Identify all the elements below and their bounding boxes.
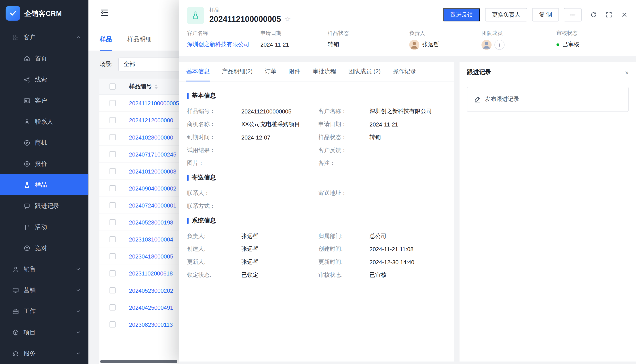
row-checkbox[interactable] (109, 304, 116, 310)
field-value: 2024-11-21 (370, 121, 398, 128)
follow-feedback-button[interactable]: 跟进反馈 (443, 8, 480, 22)
sidebar-item-contacts[interactable]: 联系人 (0, 111, 88, 132)
tab-orders[interactable]: 订单 (265, 62, 276, 81)
monitor-icon (12, 287, 19, 294)
sidebar-section-work[interactable]: 工作 (0, 301, 88, 322)
tab-basic-info[interactable]: 基本信息 (186, 62, 210, 81)
row-checkbox[interactable] (109, 270, 116, 276)
field-label: 锁定状态: (187, 272, 241, 279)
row-checkbox[interactable] (109, 134, 116, 140)
star-icon[interactable]: ☆ (285, 16, 291, 23)
row-checkbox[interactable] (109, 168, 116, 174)
checkbox-cell (99, 322, 126, 328)
sidebar-section-service[interactable]: 服务 (0, 343, 88, 364)
row-checkbox[interactable] (109, 151, 116, 158)
field-label: 审核状态: (318, 272, 369, 279)
page-title: 2024112100000005 ☆ (209, 14, 291, 24)
row-checkbox[interactable] (109, 117, 116, 124)
section-label: 销售 (24, 265, 36, 273)
sidebar-section-marketing[interactable]: 营销 (0, 280, 88, 301)
publish-placeholder: 发布跟进记录 (485, 96, 519, 103)
close-icon[interactable] (621, 11, 628, 18)
summary-label: 客户名称 (187, 30, 260, 37)
tab-attachments[interactable]: 附件 (289, 62, 300, 81)
chevron-down-icon (75, 308, 81, 314)
change-owner-button[interactable]: 更换负责人 (485, 8, 527, 22)
sidebar-item-competitors[interactable]: 竞对 (0, 238, 88, 258)
sort-icon[interactable] (155, 84, 158, 89)
field-value: 2024-12-07 (241, 134, 270, 140)
detail-card: 基本信息 产品明细(2) 订单 附件 审批流程 团队成员 (2) 操作记录 基本… (179, 62, 454, 362)
row-checkbox[interactable] (109, 322, 116, 328)
section-title: 寄送信息 (192, 174, 216, 182)
tab-approval-flow[interactable]: 审批流程 (312, 62, 336, 81)
fullscreen-icon[interactable] (605, 11, 612, 18)
opportunity-link[interactable]: XX公司充电桩采购项目 (241, 121, 300, 128)
sidebar-section-sales[interactable]: 销售 (0, 258, 88, 280)
select-all-checkbox[interactable] (109, 84, 116, 90)
chevron-down-icon (75, 350, 81, 356)
follow-panel-title: 跟进记录 (467, 68, 491, 76)
drawer-title-block: 样品 2024112100000005 ☆ (209, 7, 291, 24)
sidebar-item-customers[interactable]: 客户 (0, 90, 88, 111)
customer-link[interactable]: 深圳创之新科技有限公司 (370, 108, 432, 115)
publish-follow-record-input[interactable]: 发布跟进记录 (467, 87, 629, 112)
collapse-panel-icon[interactable]: » (625, 69, 628, 76)
sample-number-title: 2024112100000005 (209, 14, 281, 24)
item-label: 报价 (35, 160, 47, 168)
row-checkbox[interactable] (109, 236, 116, 242)
customer-link[interactable]: 深圳创之新科技有限公司 (187, 41, 249, 48)
sidebar-item-samples[interactable]: 样品 (0, 174, 88, 195)
sample-entity-icon (187, 7, 204, 24)
sidebar-item-follow-records[interactable]: 跟进记录 (0, 195, 88, 216)
scene-select[interactable]: 全部 (118, 58, 182, 71)
cube-icon (12, 329, 19, 336)
sidebar-item-leads[interactable]: 线索 (0, 69, 88, 90)
field-label: 创建时间: (318, 246, 369, 253)
checkbox-cell (99, 270, 126, 276)
item-label: 竞对 (35, 244, 47, 252)
sidebar-section-projects[interactable]: 项目 (0, 322, 88, 343)
field-value: 已审核 (370, 272, 387, 279)
tab-product-details[interactable]: 产品明细(2) (222, 62, 252, 81)
tab-samples[interactable]: 样品 (100, 36, 112, 51)
idcard-icon (24, 97, 30, 104)
tab-sample-details[interactable]: 样品明细 (127, 36, 152, 51)
row-checkbox[interactable] (109, 100, 116, 106)
item-label: 活动 (35, 223, 47, 231)
menu-collapse-icon[interactable] (100, 8, 109, 17)
row-checkbox[interactable] (109, 202, 116, 208)
sidebar-item-home[interactable]: 首页 (0, 48, 88, 69)
sidebar-section-customer[interactable]: 客户 (0, 27, 88, 48)
row-checkbox[interactable] (109, 288, 116, 294)
tab-operation-log[interactable]: 操作记录 (393, 62, 416, 81)
item-label: 客户 (35, 97, 47, 104)
chevron-down-icon (75, 288, 81, 293)
share-icon (24, 76, 30, 83)
copy-button[interactable]: 复 制 (532, 8, 559, 22)
section-title: 系统信息 (192, 217, 216, 224)
summary-value: 转销 (328, 41, 339, 48)
sidebar-item-opportunities[interactable]: 商机 (0, 132, 88, 153)
checkbox-cell (99, 151, 126, 158)
field-label: 商机名称： (187, 121, 241, 128)
refresh-icon[interactable] (590, 11, 597, 18)
sample-detail-drawer: 样品 2024112100000005 ☆ 跟进反馈 更换负责人 复 制 (179, 0, 636, 364)
more-actions-button[interactable] (564, 8, 582, 22)
drawer-body: 基本信息 产品明细(2) 订单 附件 审批流程 团队成员 (2) 操作记录 基本… (179, 62, 636, 364)
chevron-up-icon (75, 34, 81, 40)
field-value: 2024-11-21 11:08 (370, 246, 414, 252)
row-checkbox[interactable] (109, 219, 116, 226)
app-logo-icon (6, 6, 20, 21)
sidebar-item-quotes[interactable]: 报价 (0, 153, 88, 174)
row-checkbox[interactable] (109, 254, 116, 260)
sidebar: 企销客CRM 客户 首页 线索 客户 联系人 (0, 0, 88, 364)
row-checkbox[interactable] (109, 185, 116, 192)
add-team-member-button[interactable]: + (494, 40, 505, 50)
sidebar-item-activities[interactable]: 活动 (0, 216, 88, 237)
horizontal-scrollbar[interactable] (100, 360, 177, 363)
tab-team-members[interactable]: 团队成员 (2) (348, 62, 381, 81)
field-value: 总公司 (370, 233, 387, 240)
field-value: 张远哲 (241, 246, 258, 253)
flag-icon (24, 224, 30, 230)
